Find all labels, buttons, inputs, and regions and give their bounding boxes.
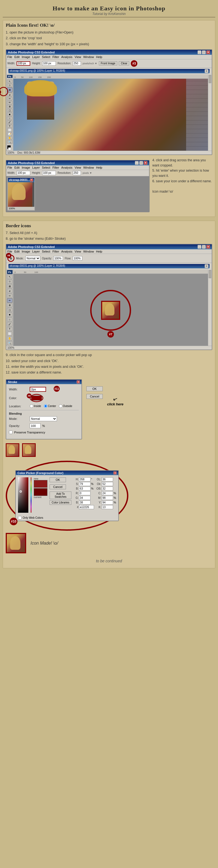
menu-filter-1[interactable]: Filter: [52, 55, 59, 59]
stroke-ok-btn[interactable]: OK: [86, 386, 103, 391]
tool-clone[interactable]: ⊕: [7, 105, 12, 108]
tool-pen-3[interactable]: 🖊: [7, 322, 12, 326]
units-dropdown-2[interactable]: pixels ▼: [83, 172, 92, 174]
tool-notes[interactable]: 📝: [7, 132, 12, 136]
front-image-btn-1[interactable]: Front Image: [99, 61, 118, 65]
menu-image-3[interactable]: Image: [22, 250, 30, 253]
ps-minimize-btn-3[interactable]: _: [197, 245, 201, 249]
tool-dodge[interactable]: ○: [7, 117, 12, 120]
width-input-2[interactable]: [17, 171, 30, 175]
width-input-1[interactable]: [17, 61, 30, 66]
tool-selection-3[interactable]: ⊹: [7, 280, 12, 284]
tool-selection[interactable]: ⊹: [7, 84, 12, 87]
location-inside-radio[interactable]: [30, 404, 33, 408]
field-m-input[interactable]: [102, 496, 113, 500]
tool-arrow[interactable]: ↖: [7, 80, 12, 83]
field-k-input[interactable]: [102, 505, 113, 509]
field-hash-input[interactable]: [79, 505, 94, 509]
scrollbar-v-1[interactable]: [208, 74, 212, 151]
menu-view-3[interactable]: View: [75, 250, 81, 253]
color-libraries-btn[interactable]: Color Libraries: [50, 500, 71, 505]
field-ol-input[interactable]: [102, 477, 113, 482]
tool-clone-3[interactable]: ⊕: [7, 303, 12, 307]
tool-crop-3[interactable]: ⊠: [7, 284, 12, 288]
color-hue-bar[interactable]: [31, 477, 32, 513]
tool-hand[interactable]: ✋: [7, 136, 12, 140]
ps-maximize-btn-2[interactable]: □: [139, 161, 143, 165]
ps-minimize-btn-1[interactable]: _: [197, 51, 201, 54]
tool-gradient-3[interactable]: ■: [7, 312, 12, 317]
background-color[interactable]: [8, 147, 11, 150]
menu-analysis-3[interactable]: Analysis: [61, 250, 72, 253]
doc-close-1[interactable]: ✕: [205, 69, 209, 73]
tool-gradient[interactable]: ■: [7, 113, 12, 116]
ps-maximize-btn-3[interactable]: □: [202, 245, 206, 249]
tool-eraser[interactable]: ◻: [7, 109, 12, 112]
menu-window-3[interactable]: Window: [83, 250, 94, 253]
menu-file-1[interactable]: File: [7, 55, 12, 59]
menu-select-2[interactable]: Select: [42, 166, 51, 169]
field-b-input[interactable]: [79, 487, 91, 491]
menu-edit-2[interactable]: Edit: [14, 166, 20, 169]
only-web-colors-checkbox[interactable]: [18, 516, 22, 520]
tool-lasso[interactable]: ⌀: [7, 93, 12, 96]
ps-close-btn-2[interactable]: ✕: [144, 161, 148, 165]
tool-pen[interactable]: 🖊: [7, 120, 12, 124]
menu-help-1[interactable]: Help: [96, 55, 102, 59]
stroke-cancel-btn[interactable]: Cancel: [86, 394, 103, 399]
units-dropdown-1[interactable]: pixels/inch ▼: [83, 62, 97, 65]
tool-lasso-3[interactable]: ⌀: [7, 289, 12, 293]
height-input-2[interactable]: [42, 171, 56, 175]
field-c-input[interactable]: [102, 491, 113, 495]
color-spectrum[interactable]: [18, 477, 28, 513]
tool-zoom-3[interactable]: 🔍: [7, 341, 12, 345]
field-g-input[interactable]: [79, 496, 91, 500]
menu-file-2[interactable]: File: [7, 166, 12, 169]
scrollbar-thumb-v-3[interactable]: [209, 270, 211, 278]
menu-select-1[interactable]: Select: [42, 55, 51, 59]
location-center-radio[interactable]: [44, 404, 48, 408]
tool-arrow-3[interactable]: ↖: [7, 275, 12, 279]
tool-text-3[interactable]: T: [7, 327, 12, 331]
menu-view-1[interactable]: View: [75, 55, 81, 59]
menu-help-2[interactable]: Help: [96, 166, 102, 169]
opacity-input-3[interactable]: [54, 256, 63, 260]
ps-minimize-btn-2[interactable]: _: [135, 161, 139, 165]
height-input-1[interactable]: [42, 61, 56, 66]
inner-close-2[interactable]: ✕: [30, 179, 33, 182]
menu-analysis-2[interactable]: Analysis: [61, 166, 72, 169]
menu-edit-1[interactable]: Edit: [14, 55, 20, 59]
color-picker-cancel-btn[interactable]: Cancel: [50, 485, 66, 489]
flow-input-3[interactable]: [73, 256, 82, 260]
field-h-input[interactable]: [79, 477, 91, 482]
stroke-color-box[interactable]: [31, 396, 42, 401]
menu-filter-2[interactable]: Filter: [52, 166, 59, 169]
field-y-input[interactable]: [102, 500, 113, 504]
tool-shape-3[interactable]: ⬜: [7, 332, 12, 336]
field-ob-input[interactable]: [102, 487, 113, 491]
tool-patch-3[interactable]: ✂: [7, 294, 12, 298]
tool-eraser-3[interactable]: ◻: [7, 308, 12, 312]
blending-mode-select[interactable]: Normal: [30, 416, 57, 421]
field-s-input[interactable]: [79, 482, 91, 486]
menu-window-2[interactable]: Window: [83, 166, 94, 169]
color-picker-ok-btn[interactable]: OK: [50, 477, 66, 482]
menu-layer-1[interactable]: Layer: [32, 55, 40, 59]
tool-brush-3[interactable]: ✏: [7, 298, 12, 302]
tool-text[interactable]: T: [7, 125, 12, 128]
menu-analysis-1[interactable]: Analysis: [61, 55, 72, 59]
field-br-input[interactable]: [79, 500, 91, 504]
color-picker-close[interactable]: ✕: [113, 471, 117, 474]
scrollbar-thumb-v-1[interactable]: [209, 75, 211, 83]
tool-hand-3[interactable]: ✋: [7, 336, 12, 340]
tool-patch[interactable]: ✂: [7, 97, 12, 100]
mode-select-3[interactable]: Normal: [25, 256, 40, 261]
resolution-input-2[interactable]: [73, 171, 81, 175]
doc-close-3[interactable]: ✕: [205, 264, 209, 268]
tool-zoom[interactable]: 🔍: [7, 140, 12, 143]
preserve-transparency-checkbox[interactable]: [9, 430, 12, 434]
field-ok-input[interactable]: [102, 482, 113, 486]
field-r-input[interactable]: [79, 491, 91, 495]
menu-select-3[interactable]: Select: [42, 250, 51, 253]
ps-close-btn-3[interactable]: ✕: [206, 245, 210, 249]
